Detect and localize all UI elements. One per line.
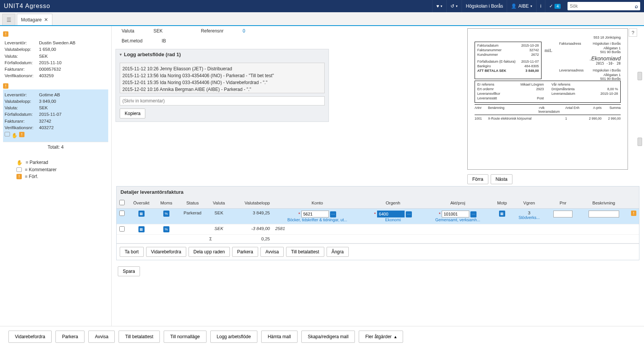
favorites-menu[interactable]: ♥ ▾ (432, 0, 446, 12)
nasta-button[interactable]: Nästa (491, 174, 512, 184)
row-checkbox[interactable] (119, 211, 125, 216)
warning-icon: ! (16, 174, 22, 179)
info-button[interactable]: i (536, 0, 545, 12)
tab-label: Mottagare (21, 17, 42, 23)
vidarebefordra-button[interactable]: Vidarebefordra (146, 247, 186, 257)
belopp-value: 3 849,25 (230, 209, 271, 224)
overview-icon[interactable]: ▦ (138, 211, 145, 217)
table-row[interactable]: ▦ % Parkerad SEK 3 849,25 * ⋯ Böcker, ti… (117, 209, 639, 224)
lookup-button[interactable]: ⋯ (330, 211, 336, 217)
invoice-card-selected[interactable]: Leverantör:Gotime AB Valutabelopp:3 849,… (3, 89, 108, 142)
main-area: 📎 ♡ ? ValutaSEK Referensnr0 Bet.metodIB … (112, 26, 644, 326)
log-textarea[interactable]: 2015-11-12 10:26 Jenny Eliasson (JET) - … (120, 63, 325, 93)
hand-icon: ✋ (11, 132, 18, 139)
logo: UNIT4 Agresso (4, 3, 50, 10)
global-search[interactable]: ⌕ (568, 2, 640, 10)
referensnr-label: Referensnr (201, 28, 223, 34)
org-name[interactable]: Högskolan i Borås (462, 0, 507, 12)
kopiera-button[interactable]: Kopiera (120, 109, 145, 118)
details-panel: Detaljer leverantörsfaktura Översikt Mom… (116, 186, 639, 260)
orgenh-input[interactable] (377, 211, 405, 217)
betmetod-label: Bet.metod (122, 38, 143, 44)
tabort-button[interactable]: Ta bort (120, 247, 144, 257)
hand-icon: ✋ (16, 160, 23, 165)
topbar: UNIT4 Agresso ♥ ▾ ↺ ▾ Högskolan i Borås … (0, 0, 644, 12)
history-menu[interactable]: ↺ ▾ (446, 0, 462, 12)
details-table: Översikt Moms Status Valuta Valutabelopp… (117, 198, 639, 243)
beskrivning-input[interactable] (589, 211, 619, 217)
aktproj-input[interactable] (442, 211, 469, 217)
warning-icon: ! (3, 83, 8, 89)
resize-handle[interactable] (637, 72, 642, 80)
close-icon[interactable]: ✕ (44, 17, 48, 23)
motp-icon[interactable]: ▦ (499, 211, 505, 217)
konto-input[interactable] (301, 211, 329, 217)
totalt-label: Totalt: 4 (3, 142, 108, 152)
lookup-button[interactable]: ⋯ (406, 211, 412, 217)
spara-button[interactable]: Spara (118, 266, 140, 276)
warning-icon: ! (3, 31, 8, 37)
moms-icon[interactable]: % (163, 211, 169, 217)
table-row[interactable]: ▦ % SEK -3 849,00 2581 (117, 224, 639, 235)
parkera-button[interactable]: Parkera (232, 247, 258, 257)
tabbar: ☰ Mottagare ✕ (0, 12, 644, 26)
select-all-checkbox[interactable] (119, 200, 125, 205)
sum-row: Σ 0,25 (117, 235, 639, 243)
lookup-button[interactable]: ⋯ (470, 211, 476, 217)
betmetod-value: IB (162, 38, 166, 44)
delaupp-button[interactable]: Dela upp raden (189, 247, 230, 257)
sidebar: ! Leverantör:Dustin Sweden AB Valutabelo… (0, 26, 112, 326)
menu-button[interactable]: ☰ (2, 14, 15, 25)
legend: ✋= Parkerad = Kommentarer != Förf. (3, 160, 108, 179)
details-title: Detaljer leverantörsfaktura (117, 186, 639, 198)
comment-icon (16, 167, 22, 172)
angra-button[interactable]: Ångra (327, 247, 349, 257)
comment-input[interactable] (120, 96, 325, 105)
moms-icon[interactable]: % (163, 226, 169, 232)
status-value: Parkerad (177, 209, 208, 224)
resize-handle[interactable] (637, 138, 642, 146)
valuta-label: Valuta (122, 28, 134, 34)
referensnr-link[interactable]: 0 (243, 28, 246, 34)
valuta-value: SEK (153, 28, 163, 34)
log-panel: ▾Logg arbetsflöde (rad 1) 2015-11-12 10:… (115, 49, 329, 122)
log-panel-header[interactable]: ▾Logg arbetsflöde (rad 1) (116, 49, 329, 60)
valuta-value: SEK (208, 209, 230, 224)
pnr-input[interactable] (553, 211, 572, 217)
search-icon[interactable]: ⌕ (635, 3, 638, 9)
collapse-icon: ▾ (120, 52, 122, 57)
document-preview[interactable]: 553 18 Jönköping Fakturadatum2015-10-28 … (467, 28, 628, 170)
overview-icon[interactable]: ▦ (138, 226, 145, 232)
tab-mottagare[interactable]: Mottagare ✕ (17, 14, 52, 25)
row-checkbox[interactable] (119, 226, 125, 232)
comment-icon (5, 132, 10, 136)
forra-button[interactable]: Förra (467, 174, 488, 184)
search-input[interactable] (570, 3, 635, 9)
warning-icon: ! (19, 132, 24, 137)
avvisa-button[interactable]: Avvisa (260, 247, 284, 257)
tillbetalattest-button[interactable]: Till betalattest (286, 247, 324, 257)
invoice-card[interactable]: Leverantör:Dustin Sweden AB Valutabelopp… (3, 37, 108, 82)
user-menu[interactable]: 👤 AIBE ▾ (507, 0, 536, 12)
tasks-indicator[interactable]: ✓4 (545, 0, 564, 12)
